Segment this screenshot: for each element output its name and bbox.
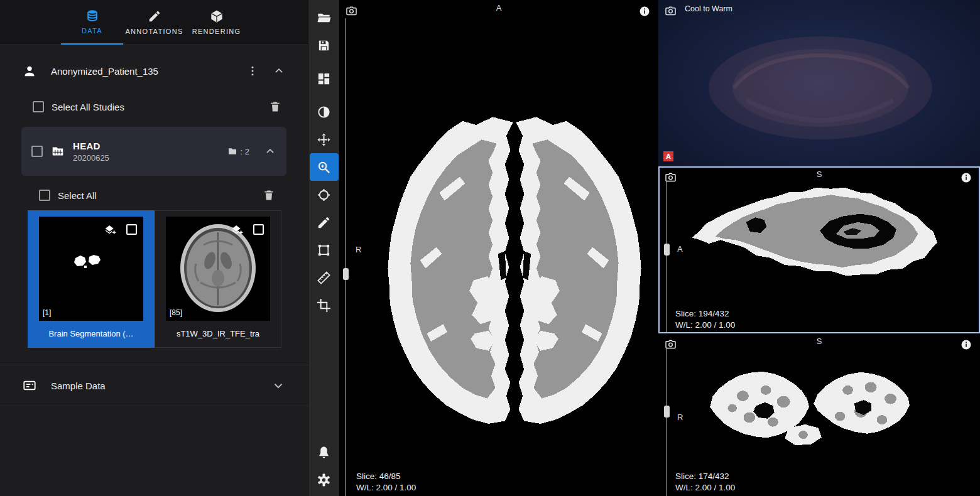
coronal-slice-image	[707, 370, 912, 448]
patient-menu-button[interactable]	[245, 63, 260, 78]
orientation-label-superior: S	[817, 337, 822, 346]
magnify-icon	[317, 160, 331, 175]
crop-icon	[317, 298, 331, 313]
slice-slider[interactable]	[667, 348, 667, 496]
patient-collapse-button[interactable]	[271, 63, 286, 78]
screenshot-button[interactable]	[665, 5, 677, 17]
info-icon	[961, 339, 972, 350]
tab-annotations-label: ANNOTATIONS	[125, 28, 183, 35]
module-tabbar: DATA ANNOTATIONS RENDERING	[0, 0, 308, 45]
rectangle-select-icon	[317, 243, 331, 257]
pan-icon	[317, 132, 331, 147]
info-button[interactable]	[639, 6, 650, 17]
volume-card-brain-segmentation[interactable]: [1] Brain Segmentation (…	[28, 210, 155, 348]
window-level-label: W/L: 2.00 / 1.00	[675, 482, 735, 493]
info-button[interactable]	[961, 172, 972, 183]
sagittal-view[interactable]: S A Slice: 194/432 W/L: 2.00 / 1.00	[658, 166, 980, 333]
axial-view[interactable]: A R Slice: 46/85 W/L: 2.00 / 1.00	[339, 0, 658, 496]
gear-icon	[317, 473, 331, 487]
volume-select-checkbox[interactable]	[126, 224, 137, 235]
tab-rendering-label: RENDERING	[192, 28, 241, 35]
zoom-tool[interactable]	[310, 153, 339, 181]
tab-data[interactable]: DATA	[61, 0, 123, 45]
volume-render-image	[658, 0, 980, 166]
study-folder-icon	[51, 144, 65, 158]
slice-slider-handle[interactable]	[664, 406, 670, 418]
tab-data-label: DATA	[82, 27, 102, 35]
database-icon	[85, 9, 99, 23]
ruler-tool[interactable]	[310, 264, 339, 291]
orientation-label-right: R	[677, 412, 683, 422]
volume-3d-view[interactable]: Cool to Warm A	[658, 0, 980, 166]
slice-count-badge: [1]	[43, 308, 51, 317]
ruler-icon	[317, 271, 331, 285]
axial-slice-image	[384, 113, 645, 425]
screenshot-button[interactable]	[346, 5, 357, 17]
tab-annotations[interactable]: ANNOTATIONS	[123, 0, 185, 45]
crop-tool[interactable]	[310, 291, 339, 319]
volume-thumbnail: [85]	[166, 217, 270, 321]
window-level-label: W/L: 2.00 / 1.00	[356, 482, 416, 493]
sidebar: DATA ANNOTATIONS RENDERING Anonymized_Pa…	[0, 0, 308, 496]
study-checkbox[interactable]	[31, 146, 43, 157]
delete-studies-button[interactable]	[268, 99, 283, 114]
info-icon	[639, 6, 650, 17]
sample-data-label: Sample Data	[51, 380, 106, 391]
slice-slider[interactable]	[346, 18, 346, 496]
trash-icon	[269, 100, 281, 113]
volume-caption: Brain Segmentation (…	[39, 329, 143, 338]
select-all-studies-checkbox[interactable]	[33, 101, 44, 112]
select-all-studies-row: Select All Studies	[0, 95, 308, 118]
save-icon	[317, 38, 331, 53]
slice-hud: Slice: 46/85 W/L: 2.00 / 1.00	[356, 471, 416, 493]
divider	[0, 406, 308, 406]
person-icon	[23, 64, 36, 78]
study-meta: HEAD 20200625	[73, 141, 219, 163]
volume-select-checkbox[interactable]	[253, 224, 264, 235]
bell-icon	[317, 445, 331, 460]
pencil-icon	[148, 9, 161, 23]
select-all-checkbox[interactable]	[39, 190, 50, 201]
study-name: HEAD	[73, 141, 219, 151]
orientation-label-right: R	[356, 245, 361, 254]
slice-slider-handle[interactable]	[343, 268, 349, 280]
slice-slider-handle[interactable]	[664, 244, 670, 256]
pan-tool[interactable]	[310, 126, 339, 153]
add-layer-icon[interactable]	[231, 224, 244, 237]
study-volume-count-label: : 2	[241, 147, 249, 156]
notifications-button[interactable]	[310, 438, 339, 466]
add-layer-icon[interactable]	[104, 224, 117, 237]
tab-rendering[interactable]: RENDERING	[185, 0, 248, 45]
info-button[interactable]	[961, 339, 972, 350]
window-level-tool[interactable]	[310, 98, 339, 126]
save-session-button[interactable]	[310, 31, 339, 59]
info-icon	[961, 172, 972, 183]
layout-button[interactable]	[310, 65, 339, 92]
open-files-button[interactable]	[310, 4, 339, 31]
patient-name: Anonymized_Patient_135	[51, 66, 245, 77]
settings-button[interactable]	[310, 466, 339, 493]
slice-label: Slice: 174/432	[675, 471, 735, 482]
coronal-view[interactable]: S R Slice: 174/432 W/L: 2.00 / 1.00	[658, 333, 980, 496]
slice-slider[interactable]	[667, 181, 667, 333]
slice-hud: Slice: 194/432 W/L: 2.00 / 1.00	[675, 308, 735, 330]
study-card[interactable]: HEAD 20200625 : 2	[21, 127, 286, 176]
trash-icon	[263, 189, 275, 202]
camera-icon	[665, 5, 677, 17]
paint-tool[interactable]	[310, 208, 339, 236]
study-collapse-button[interactable]	[263, 144, 278, 159]
right-view-column: Cool to Warm A S A Slice: 194/432 W/L:	[658, 0, 980, 496]
contrast-icon	[317, 105, 331, 119]
sagittal-slice-image	[690, 185, 940, 278]
volume-card-st1w[interactable]: [85] sT1W_3D_IR_TFE_tra	[155, 210, 281, 348]
orientation-label-anterior: A	[677, 244, 683, 254]
delete-volumes-button[interactable]	[261, 188, 276, 203]
rectangle-tool[interactable]	[310, 236, 339, 264]
sample-data-row[interactable]: Sample Data	[0, 365, 308, 406]
volume-thumbnail: [1]	[39, 217, 143, 321]
chevron-up-icon	[273, 65, 285, 77]
patient-header: Anonymized_Patient_135	[0, 59, 308, 83]
volume-list: [1] Brain Segmentation (…	[28, 210, 286, 348]
crosshairs-tool[interactable]	[310, 181, 339, 208]
window-level-label: W/L: 2.00 / 1.00	[675, 320, 735, 331]
